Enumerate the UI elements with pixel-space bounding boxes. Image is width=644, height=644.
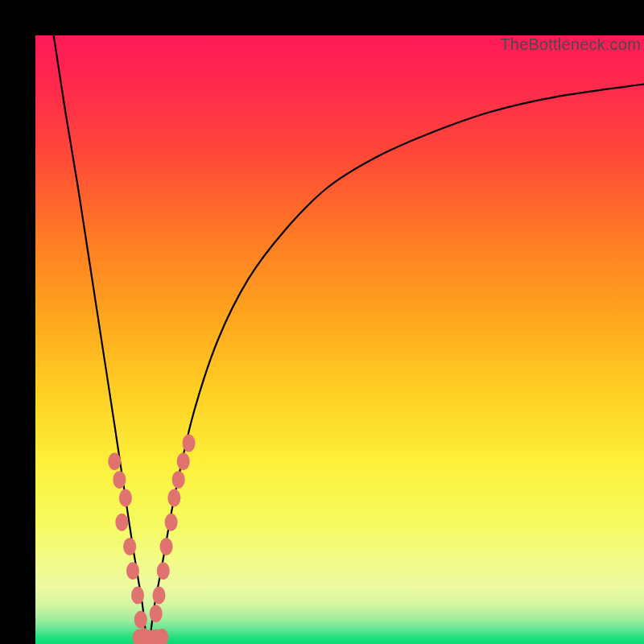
marker-point <box>152 587 165 605</box>
marker-point <box>134 611 147 629</box>
marker-point <box>126 562 139 580</box>
marker-point <box>157 562 170 580</box>
marker-cluster-left <box>108 452 150 644</box>
marker-point <box>172 471 185 489</box>
marker-point <box>177 452 190 470</box>
bottleneck-curve <box>54 35 644 644</box>
watermark-text: TheBottleneck.com <box>500 35 641 54</box>
curve-layer <box>35 35 644 644</box>
marker-point <box>113 471 126 489</box>
marker-point <box>123 538 136 555</box>
marker-point <box>183 435 196 452</box>
marker-point <box>160 538 173 555</box>
chart-frame: TheBottleneck.com <box>0 0 644 644</box>
marker-point <box>167 489 180 507</box>
marker-cluster-bottom <box>133 629 169 644</box>
marker-point <box>150 605 163 622</box>
marker-point <box>131 587 144 605</box>
marker-point <box>115 514 128 531</box>
marker-point <box>119 489 132 507</box>
marker-cluster-right <box>150 435 196 623</box>
marker-point <box>108 452 121 470</box>
plot-area: TheBottleneck.com <box>35 35 644 644</box>
marker-point <box>165 514 178 531</box>
